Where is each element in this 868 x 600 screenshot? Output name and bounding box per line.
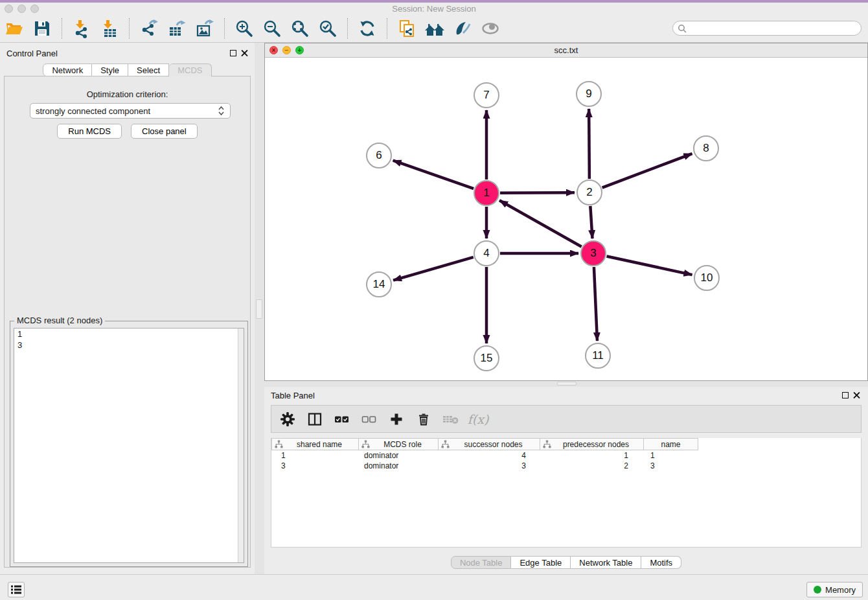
table-row[interactable]: 3dominator323 — [271, 461, 861, 471]
search-box[interactable] — [672, 21, 862, 36]
graph-node-14[interactable]: 14 — [366, 271, 392, 297]
tab-edge-table[interactable]: Edge Table — [511, 556, 571, 569]
column-type-icon — [275, 440, 283, 448]
zoom-in-button[interactable] — [233, 17, 255, 40]
graph-edge-4-14[interactable] — [393, 257, 474, 281]
column-header-name[interactable]: name — [644, 438, 698, 450]
split-panes-icon — [308, 412, 322, 426]
open-session-button[interactable] — [3, 17, 25, 40]
home-layout-button[interactable] — [424, 17, 446, 40]
copy-network-button[interactable] — [396, 17, 418, 40]
network-canvas[interactable]: 7968124314101511 — [265, 58, 867, 380]
memory-button[interactable]: Memory — [806, 582, 863, 597]
checked-boxes-icon — [334, 412, 350, 426]
column-header-shared-name[interactable]: shared name — [271, 438, 359, 450]
toolbar-separator — [129, 18, 130, 39]
apply-style-button[interactable] — [451, 17, 474, 40]
export-table-button[interactable] — [166, 17, 188, 40]
trash-icon — [417, 412, 431, 426]
tab-network-table[interactable]: Network Table — [571, 556, 641, 569]
select-all-columns-button[interactable] — [334, 411, 350, 428]
dropdown-stepper-icon — [218, 106, 225, 116]
graph-node-10[interactable]: 10 — [694, 265, 720, 291]
graph-edge-2-8[interactable] — [602, 154, 692, 187]
zoom-selected-icon — [318, 19, 337, 38]
column-header-MCDS-role[interactable]: MCDS role — [359, 438, 439, 450]
table-panel-title: Table Panel — [271, 391, 315, 400]
graph-node-9[interactable]: 9 — [576, 81, 602, 107]
create-column-button[interactable] — [388, 411, 405, 428]
deselect-all-columns-button[interactable] — [361, 411, 378, 428]
close-table-panel-icon[interactable] — [853, 392, 860, 399]
graph-edge-3-11[interactable] — [594, 267, 597, 341]
graph-node-1[interactable]: 1 — [474, 180, 499, 206]
zoom-selected-button[interactable] — [317, 17, 339, 40]
table-settings-button[interactable] — [279, 411, 296, 428]
graph-node-6[interactable]: 6 — [366, 143, 392, 168]
zoom-out-icon — [262, 19, 282, 38]
criterion-dropdown[interactable]: strongly connected component — [30, 103, 231, 119]
graph-edge-layer — [265, 58, 867, 380]
show-column-panel-button[interactable] — [306, 411, 323, 428]
graph-node-2[interactable]: 2 — [577, 179, 602, 205]
zoom-fit-button[interactable] — [289, 17, 311, 40]
tab-style[interactable]: Style — [92, 63, 128, 76]
save-session-button[interactable] — [31, 17, 53, 40]
float-table-panel-icon[interactable] — [842, 392, 849, 398]
run-mcds-button[interactable]: Run MCDS — [57, 124, 122, 139]
memory-status-icon — [814, 586, 821, 594]
horizontal-splitter-grip[interactable] — [557, 382, 577, 386]
import-table-button[interactable] — [98, 17, 120, 40]
tab-select[interactable]: Select — [128, 63, 169, 76]
graph-node-3[interactable]: 3 — [580, 240, 606, 266]
vertical-splitter[interactable] — [255, 43, 264, 574]
close-panel-button[interactable]: Close panel — [131, 124, 198, 139]
tab-node-table[interactable]: Node Table — [451, 556, 512, 569]
graph-node-15[interactable]: 15 — [474, 345, 499, 371]
result-scrollbar[interactable] — [238, 329, 244, 562]
horizontal-splitter[interactable] — [264, 381, 868, 387]
column-header-successor-nodes[interactable]: successor nodes — [439, 438, 540, 450]
zoom-out-button[interactable] — [261, 17, 283, 40]
mcds-result-list[interactable]: 13 — [14, 328, 244, 563]
graph-edge-1-2[interactable] — [500, 192, 575, 193]
export-image-button[interactable] — [194, 17, 216, 40]
graph-edge-2-3[interactable] — [590, 206, 592, 238]
import-network-button[interactable] — [71, 17, 93, 40]
graph-node-7[interactable]: 7 — [474, 82, 499, 108]
mcds-result-node: 3 — [14, 340, 244, 351]
table-cell: 2 — [540, 461, 644, 471]
delete-table-icon — [442, 412, 459, 426]
show-task-history-button[interactable] — [8, 582, 25, 597]
close-panel-icon[interactable] — [241, 50, 248, 57]
hide-eye-button[interactable] — [479, 17, 501, 40]
table-cell: dominator — [359, 461, 439, 471]
graph-node-11[interactable]: 11 — [585, 343, 611, 369]
table-row[interactable]: 1dominator411 — [271, 450, 861, 461]
table-panel: Table Panel — [264, 387, 868, 574]
table-cell: 1 — [271, 450, 359, 461]
titlebar: Session: New Session — [0, 3, 868, 14]
graph-edge-1-6[interactable] — [393, 161, 474, 189]
tab-mcds[interactable]: MCDS — [169, 63, 211, 76]
refresh-icon — [358, 19, 377, 38]
tab-network[interactable]: Network — [43, 63, 92, 76]
tab-motifs[interactable]: Motifs — [641, 556, 681, 569]
graph-edge-3-1[interactable] — [499, 200, 582, 246]
refresh-button[interactable] — [356, 17, 378, 40]
graph-edge-3-10[interactable] — [607, 256, 692, 275]
export-network-button[interactable] — [138, 17, 160, 40]
graph-node-4[interactable]: 4 — [474, 240, 499, 266]
column-type-icon — [361, 440, 370, 448]
vertical-splitter-grip[interactable] — [256, 299, 262, 319]
column-header-predecessor-nodes[interactable]: predecessor nodes — [540, 438, 644, 450]
network-window-title: scc.txt — [265, 45, 867, 55]
delete-column-button[interactable] — [415, 411, 432, 428]
graph-edge-2-9[interactable] — [589, 109, 589, 179]
float-panel-icon[interactable] — [230, 50, 236, 56]
search-input[interactable] — [689, 23, 854, 34]
function-builder-button-disabled: f(x) — [470, 411, 486, 428]
node-table[interactable]: shared nameMCDS rolesuccessor nodesprede… — [271, 438, 862, 548]
graph-node-8[interactable]: 8 — [693, 135, 719, 161]
copy-network-icon — [397, 19, 417, 38]
